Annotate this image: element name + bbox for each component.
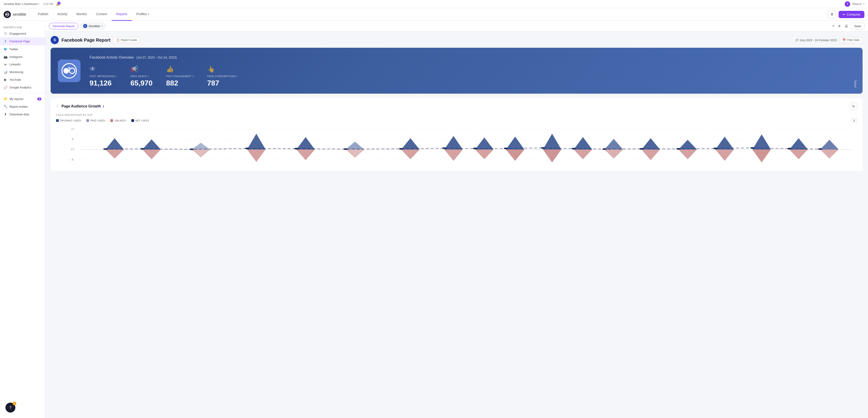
refresh-button[interactable]: ↻ — [850, 103, 857, 110]
unlikes-dot — [110, 119, 113, 122]
dashboard-title[interactable]: Sendible Main 's Dashboard ▾ — [4, 2, 39, 6]
overview-title: Facebook Activity Overview (Jul 27, 2023… — [90, 54, 177, 60]
svg-marker-29 — [642, 138, 660, 150]
help-badge: 2 — [13, 402, 16, 405]
overview-stats: 👁 POST IMPRESSIONS ℹ 91,126 📢 PAGE REACH — [90, 65, 855, 87]
svg-marker-32 — [752, 135, 771, 150]
svg-marker-37 — [192, 150, 210, 157]
report-tab-sendible[interactable]: S Sendible × — [80, 23, 106, 29]
nav-publish[interactable]: Publish — [33, 8, 53, 21]
svg-point-67 — [639, 148, 644, 150]
sidebar-item-engagement[interactable]: ⬡ Engagement — [0, 30, 45, 37]
svg-marker-17 — [143, 139, 161, 150]
svg-marker-50 — [715, 150, 734, 161]
svg-marker-47 — [604, 150, 623, 158]
filter-date-button[interactable]: 📅 Filter Date — [839, 37, 863, 43]
sidebar-item-my-reports[interactable]: 📁 My reports 9 — [0, 95, 45, 103]
current-time: 2:23 PM — [43, 2, 53, 6]
svg-point-68 — [676, 148, 681, 150]
info-icon-impressions[interactable]: ℹ — [116, 75, 117, 78]
svg-marker-23 — [444, 136, 463, 150]
svg-marker-39 — [296, 150, 315, 160]
clear-button[interactable]: × — [831, 23, 835, 29]
sidebar-item-instagram[interactable]: 📷 Instagram — [0, 53, 45, 61]
download-chart-icon[interactable]: ⬇ — [851, 118, 857, 123]
user-avatar: T — [845, 1, 850, 7]
sidebar-item-report-builder[interactable]: 🔧 Report builder — [0, 103, 45, 110]
sidebar-item-youtube[interactable]: ▶ YouTube — [0, 76, 45, 84]
tab-close-button[interactable]: × — [101, 24, 103, 28]
svg-marker-19 — [247, 134, 266, 150]
legend-paid-likes: PAID LIKES — [86, 119, 105, 122]
svg-marker-31 — [715, 137, 734, 150]
upload-button[interactable]: ⬆ — [828, 10, 836, 19]
svg-marker-27 — [574, 137, 592, 150]
nav-logo[interactable]: sendible — [4, 11, 26, 18]
svg-marker-43 — [475, 150, 494, 159]
svg-marker-44 — [506, 150, 524, 161]
svg-marker-46 — [574, 150, 592, 159]
save-button[interactable]: Save — [851, 23, 864, 29]
logo-text: sendible — [13, 12, 26, 17]
print-button[interactable]: 🖨 — [844, 23, 849, 29]
send-button[interactable]: ✈ — [837, 23, 842, 29]
svg-marker-41 — [401, 150, 420, 159]
svg-point-63 — [504, 148, 508, 149]
info-icon-engagement[interactable]: ℹ — [193, 75, 194, 78]
user-dropdown-arrow: ▾ — [863, 3, 864, 5]
stat-page-consumptions: 👆 PAGE CONSUMPTIONS ℹ 787 — [207, 65, 238, 87]
svg-marker-18 — [192, 143, 210, 150]
svg-marker-21 — [346, 142, 364, 150]
youtube-icon: ▶ — [4, 78, 7, 82]
info-icon-consumptions[interactable]: ℹ — [237, 75, 238, 78]
stat-post-engagement: 👍 POST ENGAGEMENT ℹ 882 — [166, 65, 194, 87]
svg-point-70 — [750, 147, 754, 149]
nav-activity[interactable]: Activity — [53, 8, 72, 21]
sidebar-item-twitter[interactable]: 🐦 Twitter — [0, 45, 45, 53]
stat-value-engagement: 882 — [166, 79, 194, 87]
svg-marker-52 — [789, 150, 808, 159]
svg-point-61 — [442, 147, 446, 149]
info-icon-reach[interactable]: ℹ — [148, 75, 149, 78]
stat-label-reach: PAGE REACH ℹ — [130, 75, 153, 78]
section-title: Page Audience Growth — [61, 104, 101, 108]
sidebar-item-google-analytics[interactable]: 📈 Google Analytics — [0, 84, 45, 91]
help-bubble[interactable]: ? 2 — [5, 402, 16, 413]
sidebar-item-linkedin[interactable]: in LinkedIn — [0, 61, 45, 68]
report-actions: × ✈ 🖨 Save — [831, 23, 864, 29]
drag-handle[interactable]: ⠿ — [56, 104, 59, 109]
report-content: S Facebook Page Report 📋 Report Guide 27… — [45, 31, 868, 180]
nav-profiles[interactable]: Profiles + — [132, 8, 154, 21]
report-guide-button[interactable]: 📋 Report Guide — [113, 37, 140, 43]
overview-date-range: (Jul 27, 2023 - Oct 24, 2023) — [136, 56, 177, 59]
svg-marker-36 — [143, 150, 161, 159]
report-date-area: 27 July 2023 - 24 October 2023 📅 Filter … — [796, 37, 863, 43]
my-reports-badge: 9 — [37, 97, 41, 100]
sidebar-item-monitoring[interactable]: 📊 Monitoring — [0, 68, 45, 76]
svg-point-6 — [68, 67, 70, 69]
section-info-icon[interactable]: ℹ — [103, 104, 104, 108]
sidebar-item-download-data[interactable]: ⬇ Download data — [0, 110, 45, 118]
nav-monitor[interactable]: Monitor — [72, 8, 92, 21]
nav-reports[interactable]: Reports — [112, 8, 132, 21]
svg-point-56 — [189, 149, 194, 150]
consumptions-icon: 👆 — [207, 65, 238, 73]
svg-text:1: 1 — [71, 138, 74, 141]
svg-point-54 — [103, 148, 107, 150]
compose-button[interactable]: ✏ Compose — [839, 11, 864, 18]
help-icon: ? — [9, 405, 11, 410]
user-menu[interactable]: T Tricia O ▾ — [845, 1, 864, 7]
sidebar-section-label: REPORTS HUB — [0, 24, 45, 30]
stat-post-impressions: 👁 POST IMPRESSIONS ℹ 91,126 — [90, 65, 117, 87]
stat-value-impressions: 91,126 — [90, 79, 117, 87]
nav-content[interactable]: Content — [92, 8, 112, 21]
report-tabs-bar: Generate Report S Sendible × × ✈ 🖨 Save — [45, 21, 868, 31]
svg-point-64 — [541, 147, 545, 149]
notifications-bell[interactable]: 🔔 16 — [56, 2, 59, 6]
sidebar-item-facebook-page[interactable]: f Facebook Page — [0, 37, 45, 45]
notification-badge: 16 — [57, 2, 61, 5]
report-header: S Facebook Page Report 📋 Report Guide 27… — [51, 36, 863, 44]
stat-page-reach: 📢 PAGE REACH ℹ 65,970 — [130, 65, 153, 87]
linkedin-icon: in — [4, 63, 7, 66]
generate-report-button[interactable]: Generate Report — [49, 23, 79, 29]
